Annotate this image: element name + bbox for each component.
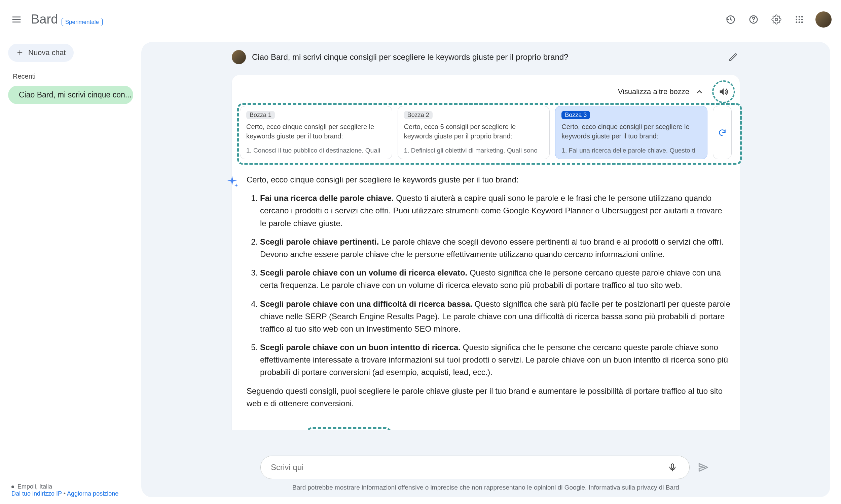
ip-link[interactable]: Dal tuo indirizzo IP — [12, 490, 62, 497]
avatar[interactable] — [816, 12, 831, 28]
speaker-button[interactable] — [716, 84, 732, 100]
draft-preview: Certo, ecco cinque consigli per sceglier… — [562, 122, 701, 141]
new-chat-label: Nuova chat — [28, 48, 66, 57]
draft-more: 1. Fai una ricerca delle parole chiave. … — [562, 147, 701, 154]
svg-point-1 — [753, 21, 754, 22]
chevron-up-icon[interactable] — [695, 87, 704, 96]
drafts-toggle[interactable]: Visualizza altre bozze — [618, 87, 689, 96]
plus-icon — [16, 49, 23, 56]
bard-spark-icon — [225, 175, 239, 189]
prompt-input[interactable] — [271, 463, 666, 472]
settings-icon[interactable] — [770, 13, 783, 26]
history-icon[interactable] — [724, 13, 737, 26]
menu-icon[interactable] — [10, 13, 23, 26]
svg-point-7 — [799, 18, 800, 20]
help-icon[interactable] — [747, 13, 760, 26]
response-point: Fai una ricerca delle parole chiave. Que… — [260, 192, 730, 230]
response-outro: Seguendo questi consigli, puoi scegliere… — [246, 385, 730, 410]
google-highlight — [305, 427, 393, 430]
svg-point-9 — [796, 21, 797, 23]
draft-more: 1. Definisci gli obiettivi di marketing.… — [404, 147, 544, 154]
sidebar-chat-item[interactable]: Ciao Bard, mi scrivi cinque con... — [8, 86, 133, 104]
response-point: Scegli parole chiave con un buon intentt… — [260, 341, 730, 379]
privacy-link[interactable]: Informativa sulla privacy di Bard — [589, 484, 679, 491]
svg-point-11 — [801, 21, 803, 23]
draft-card-1[interactable]: Bozza 1 Certo, ecco cinque consigli per … — [240, 106, 392, 159]
draft-badge: Bozza 2 — [404, 111, 433, 119]
sidebar-chat-label: Ciao Bard, mi scrivi cinque con... — [19, 90, 132, 100]
response-point: Scegli parole chiave con un volume di ri… — [260, 267, 730, 291]
regenerate-button[interactable] — [713, 106, 732, 159]
experimental-badge: Sperimentale — [62, 18, 103, 26]
draft-card-2[interactable]: Bozza 2 Certo, ecco 5 consigli per scegl… — [398, 106, 550, 159]
draft-more: 1. Conosci il tuo pubblico di destinazio… — [246, 147, 386, 154]
prompt-input-container[interactable] — [260, 456, 690, 479]
draft-preview: Certo, ecco cinque consigli per sceglier… — [246, 122, 386, 141]
send-button[interactable] — [696, 460, 711, 475]
svg-point-10 — [799, 21, 800, 23]
response-intro: Certo, ecco cinque consigli per sceglier… — [246, 173, 730, 186]
draft-badge: Bozza 1 — [246, 111, 275, 119]
svg-point-4 — [799, 16, 800, 17]
svg-point-3 — [796, 16, 797, 17]
svg-rect-18 — [671, 464, 674, 469]
user-prompt: Ciao Bard, mi scrivi cinque consigli per… — [252, 52, 720, 62]
svg-point-2 — [775, 18, 778, 21]
response-point: Scegli parole chiave pertinenti. Le paro… — [260, 236, 730, 260]
logo: Bard Sperimentale — [31, 12, 103, 26]
edit-prompt-button[interactable] — [726, 50, 740, 64]
user-avatar — [232, 50, 246, 64]
svg-point-5 — [801, 16, 803, 17]
draft-badge: Bozza 3 — [562, 111, 590, 119]
new-chat-button[interactable]: Nuova chat — [8, 44, 74, 62]
disclaimer: Bard potrebbe mostrare informazioni offe… — [151, 484, 820, 491]
location-footer: Empoli, Italia Dal tuo indirizzo IP • Ag… — [12, 483, 118, 497]
svg-point-8 — [801, 18, 803, 20]
draft-card-3[interactable]: Bozza 3 Certo, ecco cinque consigli per … — [555, 106, 707, 159]
mic-icon[interactable] — [666, 461, 679, 474]
recents-heading: Recenti — [13, 73, 133, 80]
apps-icon[interactable] — [792, 13, 806, 26]
draft-preview: Certo, ecco 5 consigli per scegliere le … — [404, 122, 544, 141]
update-location-link[interactable]: Aggiorna posizione — [67, 490, 118, 497]
response-point: Scegli parole chiave con una difficoltà … — [260, 298, 730, 335]
svg-point-6 — [796, 18, 797, 20]
